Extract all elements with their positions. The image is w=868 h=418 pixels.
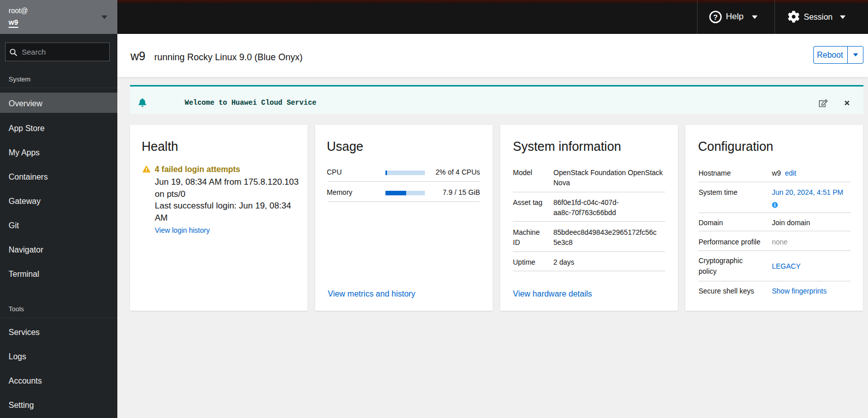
svg-text:?: ?: [713, 13, 718, 21]
